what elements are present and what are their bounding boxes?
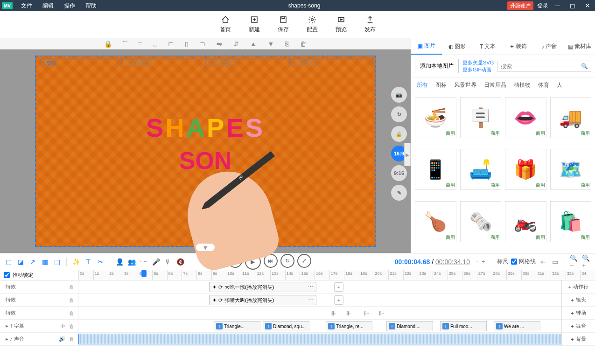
minimize-button[interactable]: ─ [552,2,563,9]
tab-sound[interactable]: ♪ 声音 [534,38,565,55]
tab-decor[interactable]: ✦ 装饰 [503,38,534,55]
tl-grid-icon[interactable]: ▦ [40,257,49,266]
time-total[interactable]: 00:00:34.10 [435,258,470,266]
aspect-9-16[interactable]: 9:16 [391,165,407,181]
btn-action-row[interactable]: + 动作行 [562,280,595,294]
clip-fx-2[interactable]: ✦⟳张嘴大叫(播放完消失)⋯ [209,295,316,305]
asset-item[interactable]: 🎁商用 [505,149,546,190]
tl-search-icon[interactable]: ✨ [71,257,81,266]
tl-cut-icon[interactable]: ✂ [96,257,105,266]
asset-item[interactable]: 🪧商用 [460,97,502,138]
rotate-icon[interactable]: ↻ [391,106,407,122]
tl-mic-icon[interactable]: 🎙 [163,257,173,266]
canvas-collapse-handle[interactable]: ▾ [196,244,215,251]
caption-clip[interactable]: TTriangle... [214,321,260,331]
caption-clip[interactable]: TDiamond,... [386,321,433,331]
close-button[interactable]: ✕ [582,2,593,9]
tl-voice-icon[interactable]: 🎤 [151,257,161,266]
save-button[interactable]: 保存 [278,15,289,34]
trash-icon[interactable]: 🗑 [69,284,74,290]
upgrade-badge[interactable]: 升级账户 [507,1,533,10]
fullscreen-button[interactable]: ⤢ [297,254,311,268]
asset-item[interactable]: 🍜商用 [415,97,456,138]
asset-item[interactable]: 👄商用 [505,97,546,138]
menu-help[interactable]: 帮助 [81,0,101,12]
new-button[interactable]: 新建 [249,15,260,34]
visibility-icon[interactable]: 👁 [60,323,65,329]
asset-item[interactable]: 🗞️商用 [460,201,502,242]
more-svg-link[interactable]: 更多矢量SVG [462,59,494,66]
tab-images[interactable]: ▣ 图片 [411,38,442,55]
asset-item[interactable]: 🛋️商用 [460,149,502,190]
tab-text[interactable]: T 文本 [472,38,503,55]
align-top-icon[interactable]: ⎴ [123,40,127,48]
align-bottom-icon[interactable]: ⎵ [153,40,157,48]
tl-record-icon[interactable]: ▢ [4,257,13,266]
layer-up-icon[interactable]: ▲ [250,40,257,48]
add-clip-button-2[interactable]: + [334,295,343,305]
caption-clip[interactable]: TFull moo... [440,321,487,331]
home-button[interactable]: 首页 [220,15,231,34]
filter-scenery[interactable]: 风景世界 [454,81,476,89]
tl-group-icon[interactable]: 👥 [127,257,136,266]
align-right-icon[interactable]: ⊐ [200,40,205,48]
tl-person-icon[interactable]: 👤 [115,257,124,266]
search-input[interactable] [501,63,581,70]
loop-button[interactable]: ↻ [280,254,294,268]
filter-sports[interactable]: 体育 [538,81,549,89]
tl-layers-icon[interactable]: ▤ [52,257,62,266]
lock-tool-icon[interactable]: 🔒 [391,126,407,142]
btn-stage[interactable]: + 舞台 [562,320,595,333]
add-clip-button-1[interactable]: + [334,282,343,292]
filter-icon[interactable]: 图标 [435,81,447,89]
edit-tool-icon[interactable]: ✎ [391,185,407,201]
publish-button[interactable]: 发布 [364,15,376,34]
filter-people[interactable]: 人 [557,81,562,89]
menu-file[interactable]: 文件 [16,0,37,12]
push-lock-checkbox[interactable] [4,272,10,278]
more-gif-link[interactable]: 更多GIF动画 [462,66,494,73]
filter-all[interactable]: 所有 [417,81,428,89]
trash-icon[interactable]: 🗑 [69,336,74,342]
caption-clip[interactable]: TDiamond, squ... [263,321,309,331]
search-box[interactable]: 🔍 [497,61,591,72]
menu-edit[interactable]: 编辑 [38,0,58,12]
audio-waveform[interactable] [78,334,595,344]
asset-item[interactable]: 🍗商用 [415,201,456,242]
zoom-in-small[interactable]: + [482,259,485,265]
add-local-image-button[interactable]: 添加本地图片 [415,59,459,73]
canvas[interactable]: ▢ 默认 ▢ 1(自定义) ▢ 2(自定义) ▢ 3(自定义) SHAPES S… [35,56,376,247]
tl-mute-icon[interactable]: 🔇 [175,257,185,266]
zoom-out-icon[interactable]: 🔍− [570,257,579,266]
tl-wave-icon[interactable]: 〰 [139,257,148,266]
tl-text-icon[interactable]: T [84,257,93,266]
btn-background[interactable]: + 背景 [562,333,595,346]
delete-icon[interactable]: 🗑 [300,40,307,48]
filter-nature[interactable]: 动植物 [514,81,531,89]
btn-camera[interactable]: + 镜头 [562,294,595,307]
flip-h-icon[interactable]: ⇋ [217,40,222,48]
tab-shapes[interactable]: ◐ 图形 [442,38,473,55]
zoom-out-small[interactable]: − [476,259,479,265]
tl-snap-icon[interactable]: ⇤ [539,257,548,266]
align-left-icon[interactable]: ⊏ [168,40,174,48]
gridline-checkbox[interactable] [511,259,517,265]
volume-icon[interactable]: 🔊 [59,336,65,342]
caption-clip[interactable]: TTriangle, re... [326,321,372,331]
scene-tab-1[interactable]: ▢ 1(自定义) [122,58,206,68]
trash-icon[interactable]: 🗑 [69,297,74,303]
trash-icon[interactable]: 🗑 [69,323,74,329]
align-center-icon[interactable]: ▯ [185,40,189,48]
caption-clip[interactable]: TWe are ... [494,321,540,331]
align-middle-icon[interactable]: ≡ [138,40,142,48]
settings-button[interactable]: 配置 [307,15,318,34]
timeline-ruler[interactable]: 0s1s2s3s4s5s6s7s8s9s10s11s12s13s14s15s16… [78,270,595,280]
search-icon[interactable]: 🔍 [581,63,588,70]
filter-daily[interactable]: 日常用品 [484,81,506,89]
layer-down-icon[interactable]: ▼ [268,40,274,48]
flip-v-icon[interactable]: ⇵ [233,40,239,48]
menu-action[interactable]: 操作 [59,0,80,12]
asset-item[interactable]: 🚚商用 [550,97,592,138]
scene-tab-3[interactable]: ▢ 3(自定义) [289,58,373,68]
asset-item[interactable]: 🛍️商用 [550,201,592,242]
